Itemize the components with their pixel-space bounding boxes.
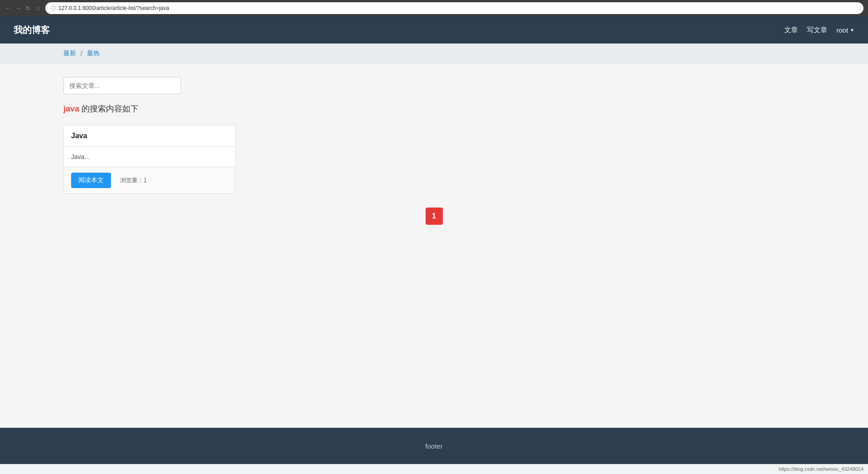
chevron-down-icon: ▼	[850, 28, 854, 33]
tab-separator: /	[81, 50, 82, 57]
username: root	[836, 26, 848, 34]
tab-hottest[interactable]: 最热	[87, 49, 100, 58]
search-result-title: java 的搜索内容如下	[63, 103, 805, 114]
url-bar[interactable]: ⓘ 127.0.0.1:8000/article/article-list/?s…	[45, 2, 863, 14]
read-button[interactable]: 阅读本文	[71, 173, 111, 188]
url-text: 127.0.0.1:8000/article/article-list/?sea…	[58, 5, 169, 11]
browser-controls: ← → ↻ ⌂	[5, 5, 42, 12]
home-button[interactable]: ⌂	[34, 5, 42, 12]
reload-button[interactable]: ↻	[24, 5, 32, 12]
footer-text: footer	[425, 442, 442, 450]
search-keyword: java	[63, 104, 79, 113]
tab-latest[interactable]: 最新	[63, 49, 76, 58]
search-input[interactable]	[69, 82, 175, 89]
status-bar: https://blog.csdn.net/weixiu_43249014	[0, 464, 868, 474]
view-number: 1	[144, 177, 147, 184]
nav-links: 文章 写文章 root ▼	[784, 26, 854, 34]
forward-button[interactable]: →	[14, 5, 22, 12]
view-label: 浏览量：	[120, 177, 144, 184]
status-url: https://blog.csdn.net/weixiu_43249014	[779, 466, 863, 472]
article-card: Java Java... 阅读本文 浏览量：1	[63, 125, 235, 194]
main-content: java 的搜索内容如下 Java Java... 阅读本文 浏览量：1 1	[0, 63, 868, 428]
back-button[interactable]: ←	[5, 5, 12, 12]
nav-articles[interactable]: 文章	[784, 26, 798, 34]
security-icon: ⓘ	[51, 5, 56, 12]
article-excerpt: Java...	[64, 147, 235, 167]
pagination: 1	[63, 208, 805, 225]
site-footer: footer	[0, 428, 868, 464]
article-title[interactable]: Java	[64, 126, 235, 147]
browser-chrome: ← → ↻ ⌂ ⓘ 127.0.0.1:8000/article/article…	[0, 0, 868, 16]
article-footer: 阅读本文 浏览量：1	[64, 167, 235, 193]
site-brand[interactable]: 我的博客	[14, 24, 784, 36]
view-count: 浏览量：1	[120, 176, 147, 184]
user-menu[interactable]: root ▼	[836, 26, 854, 34]
search-result-suffix: 的搜索内容如下	[79, 104, 139, 113]
tab-bar: 最新 / 最热	[0, 44, 868, 63]
nav-write[interactable]: 写文章	[807, 26, 827, 34]
page-1-button[interactable]: 1	[426, 208, 443, 225]
navbar: 我的博客 文章 写文章 root ▼	[0, 16, 868, 44]
search-box[interactable]	[63, 77, 181, 94]
